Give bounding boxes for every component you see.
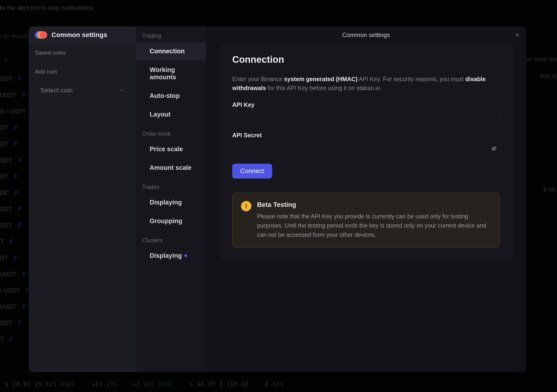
connection-heading: Connection bbox=[232, 54, 500, 65]
nav-item-indicator-dot bbox=[184, 254, 187, 257]
nav-group-title: Order-book bbox=[136, 124, 206, 140]
api-key-label: API Key bbox=[232, 101, 500, 108]
select-coin-placeholder: Select coin bbox=[40, 87, 73, 94]
settings-left-column: Common settings Saved coins Add coin Sel… bbox=[29, 26, 136, 372]
eye-off-icon bbox=[491, 146, 497, 152]
settings-modal: Common settings Saved coins Add coin Sel… bbox=[29, 26, 526, 372]
nav-group-title: Trading bbox=[136, 26, 206, 42]
close-icon bbox=[515, 32, 520, 38]
api-key-input-wrap bbox=[232, 112, 500, 125]
toggle-secret-visibility-button[interactable] bbox=[488, 142, 500, 155]
nav-item-price-scale[interactable]: Price scale bbox=[136, 140, 206, 158]
tab-common-label: Common settings bbox=[51, 31, 107, 39]
add-coin-label: Add coin bbox=[35, 68, 130, 75]
settings-content-header: Common settings bbox=[206, 26, 526, 43]
api-secret-label: API Secret bbox=[232, 132, 500, 139]
connection-description: Enter your Binance system generated (HMA… bbox=[232, 75, 500, 92]
api-secret-input-wrap bbox=[232, 142, 500, 155]
settings-content-title: Common settings bbox=[342, 31, 390, 39]
nav-group-title: Clusters bbox=[136, 231, 206, 247]
app-logo-icon bbox=[35, 31, 47, 39]
close-button[interactable] bbox=[514, 31, 521, 39]
beta-warning: ! Beta Testing Please note that the API … bbox=[232, 193, 500, 248]
nav-item-groupping[interactable]: Groupping bbox=[136, 212, 206, 230]
chevron-down-icon bbox=[119, 88, 124, 93]
tab-common-settings[interactable]: Common settings bbox=[29, 26, 136, 43]
nav-item-layout[interactable]: Layout bbox=[136, 106, 206, 123]
nav-item-connection[interactable]: Connection bbox=[136, 42, 206, 60]
beta-body: Please note that the API Key you provide… bbox=[257, 212, 491, 239]
connect-button[interactable]: Connect bbox=[232, 164, 272, 179]
warning-icon: ! bbox=[241, 201, 251, 211]
beta-title: Beta Testing bbox=[257, 201, 491, 208]
nav-item-working-amounts[interactable]: Working amounts bbox=[136, 61, 206, 86]
api-secret-input[interactable] bbox=[232, 142, 488, 155]
nav-group-title: Trades bbox=[136, 178, 206, 194]
nav-item-auto-stop[interactable]: Auto-stop bbox=[136, 87, 206, 105]
nav-item-displaying[interactable]: Displaying bbox=[136, 194, 206, 211]
nav-item-displaying[interactable]: Displaying bbox=[136, 247, 206, 265]
select-coin-dropdown[interactable]: Select coin bbox=[35, 83, 130, 98]
saved-coins-label: Saved coins bbox=[35, 49, 130, 56]
connection-panel: Connection Enter your Binance system gen… bbox=[219, 43, 513, 261]
api-key-input[interactable] bbox=[232, 112, 500, 125]
settings-content: Common settings Connection Enter your Bi… bbox=[206, 26, 526, 372]
settings-nav: TradingConnectionWorking amountsAuto-sto… bbox=[136, 26, 206, 372]
nav-item-amount-scale[interactable]: Amount scale bbox=[136, 159, 206, 177]
